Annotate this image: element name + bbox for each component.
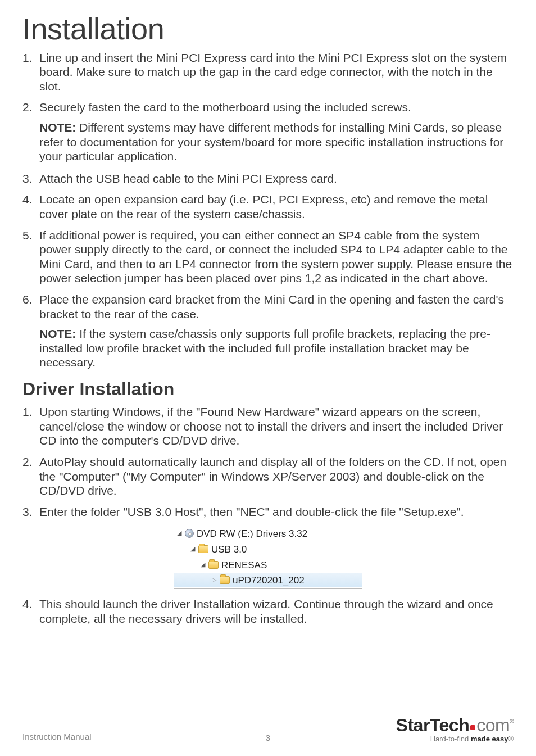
tree-label: USB 3.0 (211, 544, 247, 555)
registered-icon: ® (510, 718, 514, 725)
list-item: Locate an open expansion card bay (i.e. … (22, 192, 514, 221)
list-item: If additional power is required, you can… (22, 228, 514, 286)
brand-main: StarTech (396, 715, 470, 735)
step-text: Place the expansion card bracket from th… (39, 293, 504, 320)
list-item: Upon starting Windows, if the "Found New… (22, 405, 514, 448)
expand-arrow-icon: ◢ (190, 545, 196, 553)
brand-wordmark: StarTechcom® (396, 716, 514, 734)
list-item: Line up and insert the Mini PCI Express … (22, 51, 514, 94)
tree-row-folder-selected: ▷ uPD720201_202 (174, 573, 362, 587)
tree-row-drive: ◢ DVD RW (E:) Drivers 3.32 (174, 526, 362, 541)
folder-icon (208, 561, 219, 569)
note-label: NOTE: (39, 327, 76, 340)
tree-row-folder: ◢ RENESAS (174, 557, 362, 573)
footer-left: Instruction Manual (22, 732, 92, 743)
folder-icon (198, 545, 208, 553)
expand-arrow-icon: ◢ (200, 561, 206, 569)
brand-ext: com (476, 715, 510, 735)
brand-dot-icon (470, 725, 475, 730)
page-number: 3 (266, 733, 270, 744)
list-item: AutoPlay should automatically launch and… (22, 455, 514, 498)
note-text: Different systems may have different met… (39, 121, 503, 162)
tagline-bold: made easy (471, 735, 508, 743)
folder-tree-screenshot: ◢ DVD RW (E:) Drivers 3.32 ◢ USB 3.0 ◢ R… (22, 526, 514, 589)
section-heading: Driver Installation (22, 378, 514, 400)
brand-tagline: Hard-to-find made easy® (396, 735, 514, 743)
tree-label: RENESAS (221, 559, 267, 571)
tree-label: uPD720201_202 (233, 574, 305, 586)
note-text: If the system case/chassis only supports… (39, 327, 490, 369)
note: NOTE: If the system case/chassis only su… (39, 327, 514, 370)
registered-icon: ® (508, 735, 514, 743)
tree-row-folder: ◢ USB 3.0 (174, 541, 362, 557)
list-item: Place the expansion card bracket from th… (22, 292, 514, 370)
folder-icon (220, 576, 230, 584)
installation-steps: Line up and insert the Mini PCI Express … (22, 51, 514, 370)
tagline-pre: Hard-to-find (430, 735, 471, 743)
note-label: NOTE: (39, 121, 76, 134)
page-footer: Instruction Manual 3 StarTechcom® Hard-t… (22, 716, 514, 743)
brand-logo: StarTechcom® Hard-to-find made easy® (396, 716, 514, 743)
collapse-arrow-icon: ▷ (211, 576, 217, 584)
tree-label: DVD RW (E:) Drivers 3.32 (197, 528, 307, 540)
list-item: Enter the folder "USB 3.0 Host", then "N… (22, 505, 514, 519)
step-text: Securely fasten the card to the motherbo… (39, 101, 411, 114)
list-item: Attach the USB head cable to the Mini PC… (22, 171, 514, 186)
driver-steps: Upon starting Windows, if the "Found New… (22, 405, 514, 519)
expand-arrow-icon: ◢ (176, 529, 182, 537)
note: NOTE: Different systems may have differe… (39, 120, 514, 164)
page-title: Installation (22, 10, 514, 48)
folder-tree: ◢ DVD RW (E:) Drivers 3.32 ◢ USB 3.0 ◢ R… (174, 526, 362, 589)
list-item: This should launch the driver Installati… (22, 597, 514, 626)
driver-steps-continued: This should launch the driver Installati… (22, 597, 514, 626)
list-item: Securely fasten the card to the motherbo… (22, 100, 514, 163)
disc-icon (185, 529, 194, 538)
